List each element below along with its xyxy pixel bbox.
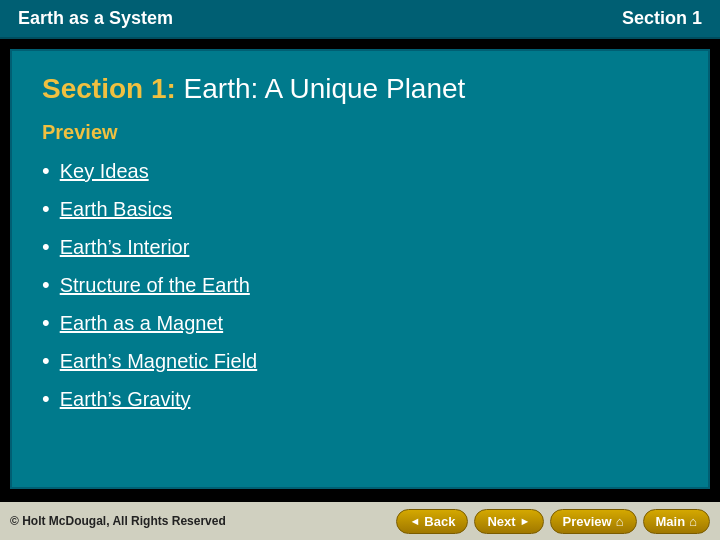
link-earth-as-a-magnet[interactable]: Earth as a Magnet [60,312,223,335]
top-bar-title: Earth as a System [18,8,173,29]
slide-title-rest: Earth: A Unique Planet [176,73,466,104]
copyright-symbol: © [10,514,22,528]
bullet-icon: • [42,272,50,298]
next-label: Next [487,514,515,529]
bullet-icon: • [42,386,50,412]
bullet-icon: • [42,196,50,222]
top-bar: Earth as a System Section 1 [0,0,720,39]
slide-content: Section 1: Earth: A Unique Planet Previe… [10,49,710,489]
list-item: • Earth’s Magnetic Field [42,348,678,374]
slide-title-section: Section 1: [42,73,176,104]
preview-label: Preview [42,121,678,144]
link-structure-of-the-earth[interactable]: Structure of the Earth [60,274,250,297]
next-button[interactable]: Next ► [474,509,543,534]
bullet-icon: • [42,234,50,260]
topic-list: • Key Ideas • Earth Basics • Earth’s Int… [42,158,678,412]
top-bar-section: Section 1 [622,8,702,29]
list-item: • Earth as a Magnet [42,310,678,336]
link-earths-interior[interactable]: Earth’s Interior [60,236,190,259]
bullet-icon: • [42,348,50,374]
back-arrow-icon: ◄ [409,515,420,527]
rights-text: , All Rights Reserved [106,514,226,528]
list-item: • Structure of the Earth [42,272,678,298]
list-item: • Earth Basics [42,196,678,222]
bullet-icon: • [42,310,50,336]
brand-name: Holt McDougal [22,514,106,528]
preview-button[interactable]: Preview ⌂ [550,509,637,534]
link-earths-gravity[interactable]: Earth’s Gravity [60,388,191,411]
list-item: • Earth’s Gravity [42,386,678,412]
link-key-ideas[interactable]: Key Ideas [60,160,149,183]
link-earth-basics[interactable]: Earth Basics [60,198,172,221]
main-button[interactable]: Main ⌂ [643,509,710,534]
back-label: Back [424,514,455,529]
back-button[interactable]: ◄ Back [396,509,468,534]
bottom-bar: © Holt McDougal, All Rights Reserved ◄ B… [0,502,720,540]
main-home-icon: ⌂ [689,514,697,529]
main-label: Main [656,514,686,529]
copyright-text: © Holt McDougal, All Rights Reserved [10,514,226,528]
preview-home-icon: ⌂ [616,514,624,529]
slide-title: Section 1: Earth: A Unique Planet [42,73,678,105]
bullet-icon: • [42,158,50,184]
list-item: • Key Ideas [42,158,678,184]
next-arrow-icon: ► [520,515,531,527]
preview-label: Preview [563,514,612,529]
link-earths-magnetic-field[interactable]: Earth’s Magnetic Field [60,350,258,373]
list-item: • Earth’s Interior [42,234,678,260]
nav-buttons: ◄ Back Next ► Preview ⌂ Main ⌂ [396,509,710,534]
